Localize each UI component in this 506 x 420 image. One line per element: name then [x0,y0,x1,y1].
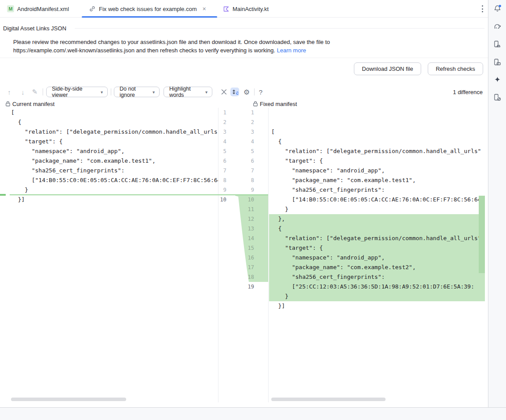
section-divider [75,28,484,29]
download-json-button[interactable]: Download JSON file [354,62,421,75]
learn-more-link[interactable]: Learn more [277,47,306,54]
code-line: ["14:B0:55:C0:0E:05:05:CA:CC:AE:76:0A:0C… [269,195,485,205]
previous-difference-icon[interactable]: ↑ [6,87,13,97]
toolbar-separator [254,88,255,95]
next-difference-icon[interactable]: ↓ [19,87,26,97]
line-number: 10 [218,195,226,205]
section-title: Digital Asset Links JSON [3,25,66,32]
gear-icon[interactable]: ⚙ [242,88,251,96]
line-number: 6 [235,156,254,166]
tab-mainactivity[interactable]: MainActivity.kt [223,0,269,18]
code-line: ["25:CC:12:03:A5:36:36:5D:1A:98:A9:52:01… [269,282,485,292]
code-line: "namespace": "android_app", [0,146,218,156]
chevron-down-icon: ▾ [101,90,103,95]
refresh-checks-button[interactable]: Refresh checks [428,62,483,75]
line-number: 2 [235,117,254,127]
line-number: 3 [218,127,226,137]
code-line: { [269,137,485,146]
code-line: "sha256_cert_fingerprints": [269,272,485,282]
code-line: "target": { [269,156,485,166]
active-tab-indicator [82,16,217,18]
code-line: "package_name": "com.example.test1", [0,156,218,166]
device-manager-icon[interactable] [493,40,502,49]
viewer-mode-dropdown[interactable]: Side-by-side viewer▾ [46,87,108,97]
code-line: "relation": ["delegate_permission/common… [0,127,218,137]
code-line: "sha256_cert_fingerprints": [0,166,218,175]
manifest-file-icon: M [7,5,14,12]
help-icon[interactable]: ? [258,87,264,97]
difference-count: 1 difference [453,89,483,95]
right-line-number-gutter: 12345678910111213141516171819 [235,108,261,402]
ignore-policy-dropdown[interactable]: Do not ignore▾ [114,87,160,97]
code-line: "namespace": "android_app", [269,166,485,175]
line-number: 9 [235,185,254,195]
right-horizontal-scrollbar[interactable] [271,398,386,401]
status-bar: e.com [0,407,506,420]
line-number: 5 [218,146,226,156]
code-line: "target": { [0,137,218,146]
code-line: } [0,185,218,195]
code-line: }] [0,195,218,205]
code-line: ["14:B0:55:C0:0E:05:05:CA:CC:AE:76:0A:0C… [0,175,218,185]
line-number: 17 [235,263,254,272]
link-icon [89,5,96,12]
insertion-marker-line [10,194,268,195]
right-editor-pane[interactable]: [ { "relation": ["delegate_permission/co… [269,108,485,402]
synchronize-scrolling-icon[interactable] [230,88,239,96]
code-line: } [269,292,485,301]
left-horizontal-scrollbar[interactable] [11,398,126,401]
tab-label: Fix web check issues for example.com [99,6,197,12]
code-line: "package_name": "com.example.test1", [269,175,485,185]
line-number: 4 [235,137,254,146]
toolbar-separator [111,88,111,95]
line-number: 18 [235,272,254,282]
line-number: 8 [218,175,226,185]
line-number: 6 [218,156,226,166]
right-pane-header: Fixed manifest [253,100,297,108]
line-number: 12 [235,214,254,224]
lock-icon [253,101,258,107]
divider [0,58,488,58]
line-number: 9 [218,185,226,195]
code-line: "target": { [269,243,485,253]
notifications-bell-icon[interactable] [493,4,502,13]
app-links-assistant-icon[interactable] [493,93,502,102]
gemini-star-icon[interactable] [493,75,502,84]
code-line: "sha256_cert_fingerprints": [269,185,485,195]
line-number: 16 [235,253,254,263]
insertion-marker-dash [0,194,6,196]
tab-label: MainActivity.kt [233,6,269,12]
edit-icon[interactable]: ✎ [31,87,38,97]
gutter-separator [268,108,269,402]
code-line: { [0,117,218,127]
line-number: 19 [235,282,254,292]
line-number: 11 [235,205,254,214]
line-number: 2 [218,117,226,127]
line-number: 1 [235,108,254,117]
line-number: 14 [235,234,254,243]
more-options-icon[interactable] [479,5,485,13]
code-line: "namespace": "android_app", [269,253,485,263]
code-line: [ [0,108,218,117]
editor-tab-bar: M AndroidManifest.xml Fix web check issu… [0,0,488,18]
code-line: "package_name": "com.example.test2", [269,263,485,272]
lock-icon [5,101,11,107]
close-icon[interactable]: × [203,5,206,12]
code-line: }, [269,214,485,224]
code-line: [ [269,127,485,137]
tab-fix-web-check[interactable]: Fix web check issues for example.com × [89,0,206,18]
running-devices-icon[interactable] [493,58,502,67]
code-line: { [269,224,485,234]
line-number: 10 [235,195,254,205]
gradle-elephant-icon[interactable] [493,22,502,31]
collapse-unchanged-icon[interactable] [219,88,228,96]
highlight-mode-dropdown[interactable]: Highlight words▾ [164,87,212,97]
toolbar-separator [43,88,43,95]
line-number: 1 [218,108,226,117]
description-text: Please review the recommended changes to… [13,38,330,55]
tab-androidmanifest[interactable]: M AndroidManifest.xml [7,0,69,18]
line-number: 13 [235,224,254,234]
left-editor-pane[interactable]: [ { "relation": ["delegate_permission/co… [0,108,218,402]
line-number: 5 [235,146,254,156]
line-number: 7 [218,166,226,175]
